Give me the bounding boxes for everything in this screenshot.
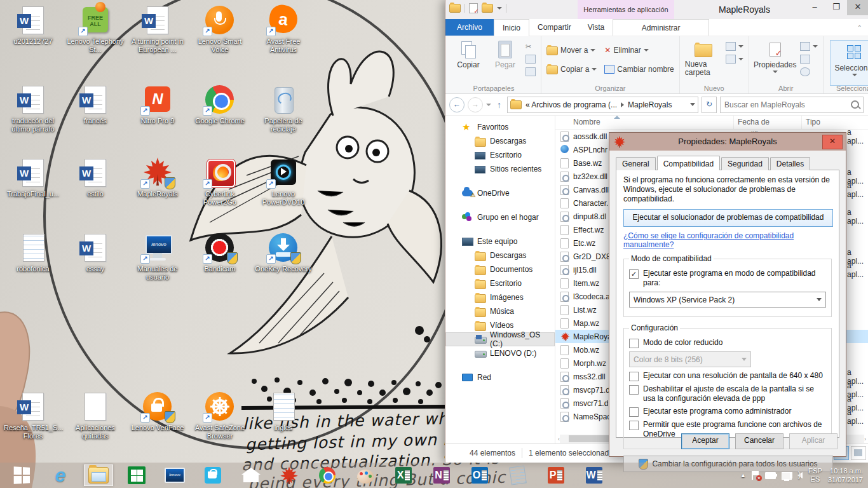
title-bar[interactable]: ✓ Herramientas de aplicación MapleRoyals… [445, 0, 868, 19]
desktop-icon-bandicam[interactable]: ↗Bandicam [191, 233, 249, 273]
breadcrumb-root[interactable]: « Archivos de programa (... [526, 100, 617, 109]
desktop-icon-robofonica[interactable]: robofonica [4, 233, 62, 273]
nav-item-escritorio[interactable]: Escritorio [445, 276, 555, 290]
dialog-title-bar[interactable]: Propiedades: MapleRoyals ✕ [609, 133, 846, 151]
desktop-icon-a-turning-point-in-european[interactable]: WA turning point in European ... [128, 5, 187, 54]
dialog-close-button[interactable]: ✕ [822, 135, 843, 149]
rename-button[interactable]: Cambiar nombre [604, 64, 674, 74]
dialog-tab-seguridad[interactable]: Seguridad [721, 157, 769, 170]
column-header-tipo[interactable]: Tipo [801, 116, 820, 129]
compat-mode-checkbox-row[interactable]: ✓ Ejecutar este programa en modo de comp… [629, 269, 826, 288]
recent-locations-icon[interactable] [486, 104, 491, 106]
desktop-icon-franc-s[interactable]: Wfrancés [66, 85, 125, 125]
desktop-icon-traducc-n-del-ltimo-p-rrafo[interactable]: Wtraduccón del último párrafo [4, 85, 62, 133]
nav-item-windows8-os-c[interactable]: Windows8_OS (C:) [445, 332, 555, 346]
history-icon[interactable] [800, 67, 818, 77]
taskbar-excel-icon[interactable]: X [389, 464, 418, 486]
clock[interactable]: 10:18 a.m.31/07/2017 [828, 466, 863, 484]
taskbar-paint-icon[interactable] [351, 464, 380, 486]
nav-item-documentos[interactable]: Documentos [445, 262, 555, 276]
language-indicator[interactable]: ESPES [808, 467, 822, 484]
taskbar-windows-store-icon[interactable] [122, 464, 151, 486]
quick-access-toolbar[interactable]: ✓ [449, 3, 506, 13]
nav-item-escritorio[interactable]: Escritorio [445, 148, 555, 162]
settings-checkbox-deshabilitar-el-ajuste-d[interactable]: Deshabilitar el ajuste de escala de la p… [629, 384, 826, 403]
desktop-icon-estilo[interactable]: Westilo [66, 158, 125, 198]
nav-section-red[interactable]: Red [445, 370, 555, 384]
desktop-icon-lenovo-smart-voice[interactable]: ↗Lenovo Smart Voice [191, 5, 249, 54]
desktop-icon-essay[interactable]: Wessay [66, 233, 125, 273]
collapse-ribbon-icon[interactable]: ⌃ [857, 24, 862, 31]
scroll-right-icon[interactable]: › [864, 436, 866, 442]
desktop-icon-aplicaciones-quitadas[interactable]: Aplicaciones quitadas [66, 391, 125, 440]
apply-button[interactable]: Aplicar [789, 433, 837, 449]
forward-button[interactable]: → [468, 97, 483, 112]
new-folder-qat-icon[interactable] [482, 4, 493, 13]
tab-vista[interactable]: Vista [580, 19, 613, 36]
volume-icon[interactable] [797, 472, 803, 478]
paste-shortcut-button[interactable] [526, 67, 536, 77]
taskbar-outlook-icon[interactable]: O [465, 464, 494, 486]
settings-checkbox-modo-de-color-reducido[interactable]: Modo de color reducido [629, 338, 826, 348]
dialog-tab-general[interactable]: General [616, 157, 656, 170]
taskbar-start-icon[interactable] [8, 464, 37, 486]
nav-item-sitios-recientes[interactable]: Sitios recientes [445, 162, 555, 176]
taskbar-notepad-icon[interactable] [503, 464, 532, 486]
dialog-tab-detalles[interactable]: Detalles [770, 157, 810, 170]
desktop-icon-cyberlink-power2go[interactable]: ↗Cyberlink Power2Go [191, 158, 249, 207]
taskbar-internet-explorer-icon[interactable]: e [46, 464, 75, 486]
new-item-icon[interactable] [726, 54, 743, 64]
desktop-icon-papelera-de-reciclaje[interactable]: Papelera de reciclaje [254, 85, 313, 133]
nav-item-m-sica[interactable]: Música [445, 304, 555, 318]
action-center-icon[interactable]: ✕ [752, 471, 759, 480]
minimize-button[interactable]: – [804, 0, 825, 15]
desktop-icon-trabajofinal-u[interactable]: WTrabajoFinal_u... [4, 158, 62, 198]
desktop-icon-google-chrome[interactable]: ↗Google Chrome [191, 85, 249, 125]
settings-checkbox-ejecutar-este-programa-c[interactable]: Ejecutar este programa como administrado… [629, 407, 826, 417]
nav-item-descargas[interactable]: Descargas [445, 248, 555, 262]
breadcrumb[interactable]: « Archivos de programa (... MapleRoyals [507, 97, 698, 113]
taskbar-file-explorer-icon[interactable] [84, 464, 113, 486]
copy-to-button[interactable]: Copiar a [546, 64, 597, 74]
desktop-icon-lenovo-telephony-st[interactable]: FREEALL↗Lenovo Telephony St... [66, 5, 125, 54]
dialog-tab-compatibilidad[interactable]: Compatibilidad [657, 156, 720, 170]
settings-checkbox-ejecutar-con-una-resoluc[interactable]: Ejecutar con una resolución de pantalla … [629, 371, 826, 381]
properties-button[interactable]: ✓ Propiedades [754, 39, 796, 73]
paste-button[interactable]: Pegar [489, 39, 522, 69]
taskbar-word-icon[interactable]: W [580, 464, 609, 486]
taskbar-home-app-icon[interactable] [236, 464, 266, 486]
nav-section-este-equipo[interactable]: Este equipo [445, 234, 555, 248]
desktop-icon-nitro-pro-9[interactable]: N↗Nitro Pro 9 [128, 85, 187, 125]
desktop-icon-ingles[interactable]: ingles [254, 391, 313, 432]
tab-compartir[interactable]: Compartir [529, 19, 580, 36]
nav-item-descargas[interactable]: Descargas [445, 134, 555, 148]
compat-mode-checkbox[interactable]: ✓ [629, 269, 639, 279]
manual-settings-link[interactable]: ¿Cómo se elige la configuración de compa… [623, 231, 832, 249]
desktop-icon-avast-free-antivirus[interactable]: a↗Avast Free Antivirus [254, 5, 313, 54]
ok-button[interactable]: Aceptar [681, 433, 729, 449]
properties-qat-icon[interactable]: ✓ [469, 3, 478, 13]
taskbar-onenote-icon[interactable]: N [427, 464, 456, 486]
nav-section-onedrive[interactable]: OneDrive [445, 186, 555, 200]
cut-button[interactable]: ✂ [526, 41, 536, 51]
refresh-button[interactable]: ↻ [702, 97, 717, 113]
tab-inicio[interactable]: Inicio [494, 19, 529, 36]
delete-button[interactable]: ✕Eliminar [604, 45, 674, 55]
open-icon[interactable] [800, 41, 818, 51]
up-button[interactable]: ↑ [494, 100, 504, 110]
desktop-icon-manuales-de-usuario[interactable]: lenovo↗Manuales de usuario [128, 233, 187, 281]
move-to-button[interactable]: Mover a [546, 45, 597, 55]
desktop-icon-u201212727[interactable]: Wu201212727 [4, 5, 62, 46]
nav-section-grupo-en-el-hogar[interactable]: Grupo en el hogar [445, 210, 555, 224]
address-dropdown-icon[interactable] [690, 103, 695, 106]
run-troubleshooter-button[interactable]: Ejecutar el solucionador de problemas de… [623, 209, 833, 227]
battery-icon[interactable] [765, 472, 776, 479]
nav-item-im-genes[interactable]: Imágenes [445, 290, 555, 304]
desktop-icon-lenovo-powerdvd10[interactable]: ↗Lenovo PowerDVD10 [254, 158, 313, 207]
tab-administrar[interactable]: Administrar [613, 19, 709, 36]
desktop-icon-rese-a-tr51-s-flores[interactable]: WReseña_TR51_S... Flores [4, 391, 62, 440]
breadcrumb-separator-icon[interactable] [621, 102, 624, 107]
tab-archivo[interactable]: Archivo [445, 19, 494, 36]
desktop-icon-lenovo-veriface[interactable]: ↗Lenovo VeriFace [128, 391, 187, 432]
nav-section-favoritos[interactable]: ★Favoritos [445, 119, 555, 134]
